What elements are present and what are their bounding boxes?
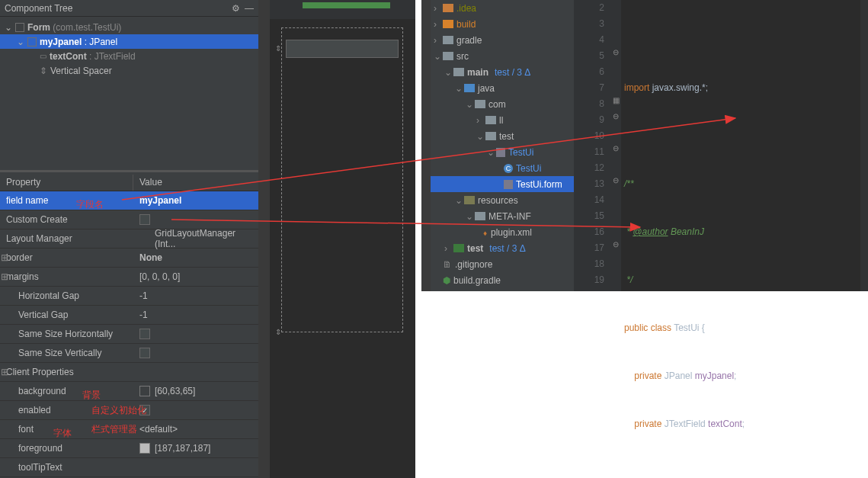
pt-gradle[interactable]: ›gradle: [431, 32, 574, 48]
checkbox-icon[interactable]: [139, 214, 150, 225]
folder-icon: [443, 52, 453, 60]
pt-buildgradle[interactable]: ⬢build.gradle: [431, 272, 574, 288]
checkbox-icon[interactable]: [27, 37, 37, 47]
pt-build[interactable]: ›build: [431, 16, 574, 32]
fold-gutter[interactable]: ⊖▦⊖⊖⊖⊖: [610, 0, 621, 291]
folder-icon: [485, 132, 496, 140]
code-body[interactable]: import javax.swing.*; /** * @author Bean…: [621, 0, 860, 291]
prop-key: background: [18, 386, 66, 396]
textfield-icon: ▭: [40, 52, 46, 60]
prop-layout-manager[interactable]: Layout Manager GridLayoutManager (Int...: [0, 229, 258, 249]
prop-key: Same Size Vertically: [0, 348, 133, 358]
minimize-icon[interactable]: —: [245, 3, 254, 14]
pt-label: TestUi.form: [516, 179, 562, 190]
prop-client-props[interactable]: ⊞Client Properties: [0, 363, 258, 382]
component-tree[interactable]: ⌄ Form (com.test.TestUi) ⌄ myJpanel : JP…: [0, 17, 258, 81]
prop-val: GridLayoutManager (Int...: [155, 228, 258, 249]
chevron-down-icon[interactable]: ⌄: [455, 83, 461, 94]
pt-metainf[interactable]: ⌄META-INF: [431, 208, 574, 224]
chevron-right-icon[interactable]: ›: [434, 35, 440, 46]
tree-label: textCont: [50, 51, 87, 62]
prop-border[interactable]: ⊞border None: [0, 249, 258, 268]
checkbox-icon[interactable]: [139, 348, 150, 358]
tree-row-form[interactable]: ⌄ Form (com.test.TestUi): [0, 20, 258, 34]
chevron-down-icon[interactable]: ⌄: [5, 22, 12, 33]
tree-row-textcont[interactable]: ▭ textCont : JTextField: [0, 49, 258, 63]
prop-val: myJpanel: [139, 195, 181, 206]
annotation: 背景: [82, 389, 101, 402]
prop-custom-create[interactable]: Custom Create: [0, 210, 258, 229]
checkbox-icon[interactable]: [15, 23, 24, 32]
pt-resources[interactable]: ⌄resources: [431, 192, 574, 208]
color-swatch[interactable]: [139, 443, 150, 454]
editor-scrollbar[interactable]: [860, 0, 868, 291]
prop-same-size-v[interactable]: Same Size Vertically: [0, 344, 258, 363]
pt-gitignore[interactable]: 🗎.gitignore: [431, 256, 574, 272]
run-indicator: [303, 2, 390, 8]
pt-plugin[interactable]: ⬧plugin.xml: [431, 224, 574, 240]
pt-com[interactable]: ⌄com: [431, 96, 574, 112]
design-canvas[interactable]: [281, 27, 403, 332]
pt-label: .gitignore: [455, 259, 492, 270]
pt-testui-form[interactable]: TestUi.form: [431, 176, 574, 192]
expand-icon[interactable]: ⊞: [0, 367, 10, 377]
prop-val: -1: [133, 290, 258, 301]
pt-idea[interactable]: ›.idea: [431, 0, 574, 16]
chevron-down-icon[interactable]: ⌄: [434, 51, 440, 62]
right-panel: ›.idea ›build ›gradle ⌄src ⌄main test / …: [421, 0, 868, 291]
pt-test[interactable]: ⌄test: [431, 128, 574, 144]
design-textfield[interactable]: [286, 40, 399, 58]
chevron-down-icon[interactable]: ⌄: [487, 147, 493, 158]
color-swatch[interactable]: [139, 386, 150, 396]
expand-icon[interactable]: ⊞: [0, 252, 10, 263]
tree-row-spacer[interactable]: ⇕ Vertical Spacer: [0, 63, 258, 78]
chevron-right-icon[interactable]: ›: [434, 3, 440, 14]
folder-icon: [475, 212, 485, 220]
pt-src[interactable]: ⌄src: [431, 48, 574, 64]
prop-foreground[interactable]: foreground [187,187,187]: [0, 439, 258, 458]
chevron-down-icon[interactable]: ⌄: [466, 99, 472, 110]
gear-icon[interactable]: ⚙: [232, 3, 240, 14]
pt-testui-class[interactable]: CTestUi: [431, 160, 574, 176]
resize-handle[interactable]: [0, 170, 258, 172]
code-editor[interactable]: 2345678910111213141516171819 ⊖▦⊖⊖⊖⊖ impo…: [574, 0, 868, 291]
pt-testui-group[interactable]: ⌄TestUi: [431, 144, 574, 160]
project-tree[interactable]: ›.idea ›build ›gradle ⌄src ⌄main test / …: [431, 0, 574, 291]
prop-background[interactable]: background背景 [60,63,65]: [0, 382, 258, 401]
chevron-down-icon[interactable]: ⌄: [466, 211, 472, 222]
prop-margins[interactable]: ⊞margins [0, 0, 0, 0]: [0, 268, 258, 287]
prop-hgap[interactable]: Horizontal Gap -1: [0, 287, 258, 306]
prop-key: Horizontal Gap: [0, 290, 133, 301]
chevron-right-icon[interactable]: ›: [476, 115, 482, 126]
prop-key: toolTipText: [0, 462, 133, 473]
form-icon: [504, 180, 513, 189]
pt-label: build: [456, 19, 476, 30]
chevron-down-icon[interactable]: ⌄: [455, 195, 461, 206]
chevron-down-icon[interactable]: ⌄: [476, 131, 482, 142]
pt-testdir[interactable]: ›test test / 3 Δ: [431, 240, 574, 256]
pt-java[interactable]: ⌄java: [431, 80, 574, 96]
expand-icon[interactable]: ⊞: [0, 271, 10, 282]
prop-vgap[interactable]: Vertical Gap -1: [0, 306, 258, 325]
prop-field-name[interactable]: field name字段名 myJpanel: [0, 191, 258, 210]
prop-val: [187,187,187]: [155, 443, 210, 454]
resize-arrow-icon[interactable]: ⇕: [275, 328, 281, 336]
prop-key: Vertical Gap: [0, 310, 133, 320]
designer-gutter: [258, 0, 270, 478]
pt-main[interactable]: ⌄main test / 3 Δ: [431, 64, 574, 80]
xml-icon: ⬧: [482, 227, 488, 238]
prop-same-size-h[interactable]: Same Size Horizontally: [0, 325, 258, 344]
pt-ll[interactable]: ›ll: [431, 112, 574, 128]
chevron-down-icon[interactable]: ⌄: [17, 37, 24, 47]
resize-arrow-icon[interactable]: ⇕: [275, 44, 281, 53]
form-gutter-icon[interactable]: ▦: [610, 96, 621, 112]
prop-key: Custom Create: [6, 214, 68, 225]
chevron-right-icon[interactable]: ›: [434, 19, 440, 30]
checkbox-icon[interactable]: [139, 329, 150, 339]
prop-key: Client Properties: [6, 367, 74, 377]
pt-label: META-INF: [488, 211, 531, 222]
tree-row-myjpanel[interactable]: ⌄ myJpanel : JPanel: [0, 34, 258, 49]
prop-tooltip[interactable]: toolTipText: [0, 458, 258, 477]
chevron-right-icon[interactable]: ›: [444, 243, 450, 254]
chevron-down-icon[interactable]: ⌄: [444, 67, 450, 78]
